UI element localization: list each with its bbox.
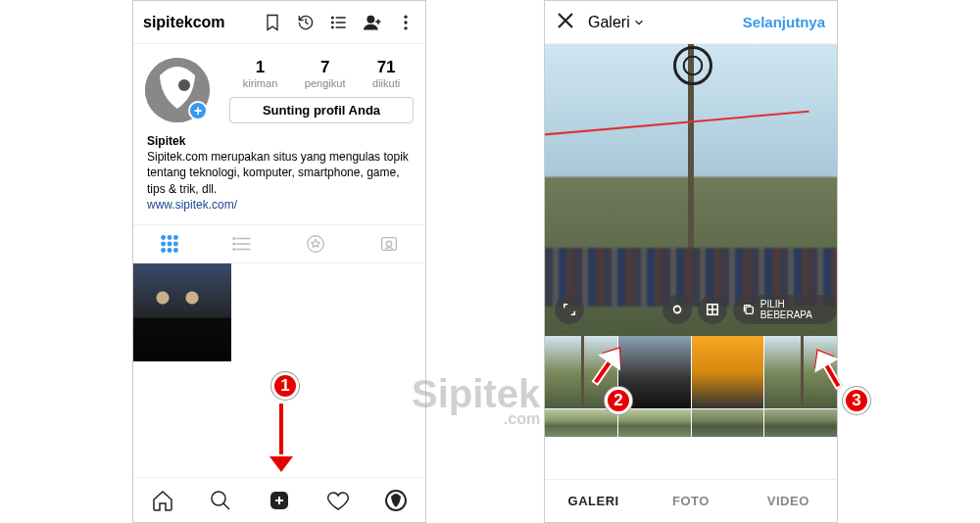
expand-button[interactable] xyxy=(555,295,584,324)
nav-home[interactable] xyxy=(133,478,192,522)
svg-point-8 xyxy=(178,79,190,91)
picker-title: Galeri xyxy=(588,14,630,31)
tab-saved[interactable] xyxy=(279,225,353,262)
tab-tagged[interactable] xyxy=(353,225,426,262)
svg-point-1 xyxy=(332,22,334,24)
feed-thumbnail[interactable] xyxy=(133,263,231,361)
tab-video[interactable]: VIDEO xyxy=(740,480,837,522)
nav-profile[interactable] xyxy=(367,478,425,522)
select-multiple-label: PILIH BEBERAPA xyxy=(760,299,827,320)
profile-stats: 1 kiriman 7 pengikut 71 diikuti Sunting … xyxy=(210,58,414,123)
svg-point-20 xyxy=(233,249,235,251)
close-button[interactable] xyxy=(557,12,574,33)
svg-point-14 xyxy=(174,242,178,246)
gallery-thumb[interactable] xyxy=(764,409,837,437)
next-button[interactable]: Selanjutnya xyxy=(743,14,825,30)
svg-point-23 xyxy=(386,241,392,247)
bottom-nav xyxy=(133,477,425,522)
nav-search[interactable] xyxy=(192,478,251,522)
bio-text: Sipitek.com merupakan situs yang mengula… xyxy=(147,149,412,197)
svg-point-9 xyxy=(162,236,166,240)
svg-point-15 xyxy=(162,249,166,253)
svg-point-12 xyxy=(162,242,166,246)
tab-gallery[interactable]: GALERI xyxy=(545,480,642,522)
svg-point-3 xyxy=(368,16,374,23)
svg-point-18 xyxy=(233,238,235,240)
svg-point-6 xyxy=(404,26,407,29)
svg-rect-28 xyxy=(746,307,753,313)
tab-grid[interactable] xyxy=(133,225,207,262)
gallery-thumb[interactable] xyxy=(692,409,764,437)
bookmark-icon[interactable] xyxy=(263,13,282,32)
callout-3: 3 xyxy=(843,387,870,414)
boomerang-button[interactable] xyxy=(662,295,692,324)
svg-point-4 xyxy=(404,15,407,18)
gallery-thumb[interactable] xyxy=(692,336,764,408)
nav-activity[interactable] xyxy=(309,478,368,522)
svg-rect-22 xyxy=(381,238,396,251)
edit-profile-button[interactable]: Sunting profil Anda xyxy=(229,97,414,123)
list-icon[interactable] xyxy=(329,13,349,32)
tab-photo[interactable]: FOTO xyxy=(642,480,739,522)
arrow-1 xyxy=(277,402,293,472)
image-preview[interactable]: PILIH BEBERAPA xyxy=(545,44,837,336)
svg-point-11 xyxy=(174,236,178,240)
bio-name: Sipitek xyxy=(147,133,412,149)
profile-view-tabs xyxy=(133,224,425,263)
callout-2: 2 xyxy=(605,387,632,414)
svg-point-5 xyxy=(404,21,407,24)
add-story-plus-icon[interactable]: + xyxy=(188,101,208,120)
add-person-icon[interactable] xyxy=(363,13,382,32)
chevron-down-icon xyxy=(634,18,644,27)
kebab-menu-icon[interactable] xyxy=(396,13,416,32)
tab-list[interactable] xyxy=(207,225,280,262)
profile-bio: Sipitek Sipitek.com merupakan situs yang… xyxy=(133,123,425,224)
svg-point-13 xyxy=(168,242,172,246)
gallery-thumb[interactable] xyxy=(618,409,691,437)
profile-stats-row: + 1 kiriman 7 pengikut 71 diikuti Suntin… xyxy=(133,44,425,123)
select-multiple-button[interactable]: PILIH BEBERAPA xyxy=(733,295,837,324)
callout-1: 1 xyxy=(271,372,299,400)
profile-header: sipitekcom xyxy=(133,1,425,44)
svg-point-24 xyxy=(212,492,225,505)
stat-posts[interactable]: 1 kiriman xyxy=(243,58,277,89)
gallery-thumb[interactable] xyxy=(545,409,617,437)
gallery-grid xyxy=(545,336,837,479)
username-dropdown[interactable]: sipitekcom xyxy=(143,14,229,31)
svg-point-10 xyxy=(168,236,172,240)
watermark: Sipitek.com xyxy=(412,372,540,428)
stat-followers[interactable]: 7 pengikut xyxy=(305,58,346,89)
username: sipitekcom xyxy=(143,14,225,31)
stack-icon xyxy=(743,303,755,316)
history-icon[interactable] xyxy=(296,13,316,32)
svg-point-19 xyxy=(233,243,235,245)
svg-point-2 xyxy=(332,26,334,28)
bio-link[interactable]: www.sipitek.com/ xyxy=(147,197,412,213)
nav-new-post[interactable] xyxy=(250,478,309,522)
avatar[interactable]: + xyxy=(145,58,210,122)
layout-button[interactable] xyxy=(698,295,727,324)
svg-point-0 xyxy=(332,17,334,19)
picker-header: Galeri Selanjutnya xyxy=(545,1,837,44)
gallery-picker-screen: Galeri Selanjutnya PILIH BEBERAPA GALER xyxy=(544,0,838,523)
stat-following[interactable]: 71 diikuti xyxy=(372,58,400,89)
svg-point-16 xyxy=(168,249,172,253)
svg-point-17 xyxy=(174,249,178,253)
picker-bottom-tabs: GALERI FOTO VIDEO xyxy=(545,479,837,522)
gallery-dropdown[interactable]: Galeri xyxy=(588,14,644,31)
